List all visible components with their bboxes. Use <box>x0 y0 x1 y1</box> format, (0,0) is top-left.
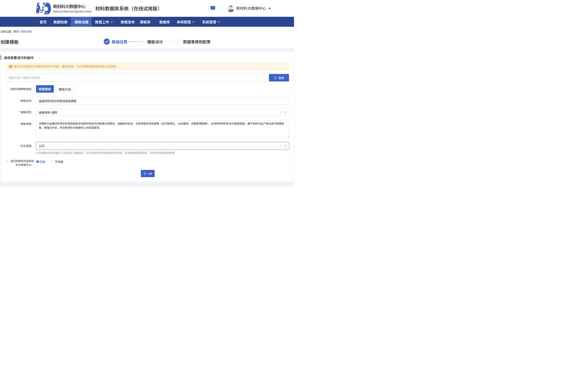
svg-text:2024: 2024 <box>45 12 48 14</box>
svg-text:?: ? <box>212 6 213 9</box>
